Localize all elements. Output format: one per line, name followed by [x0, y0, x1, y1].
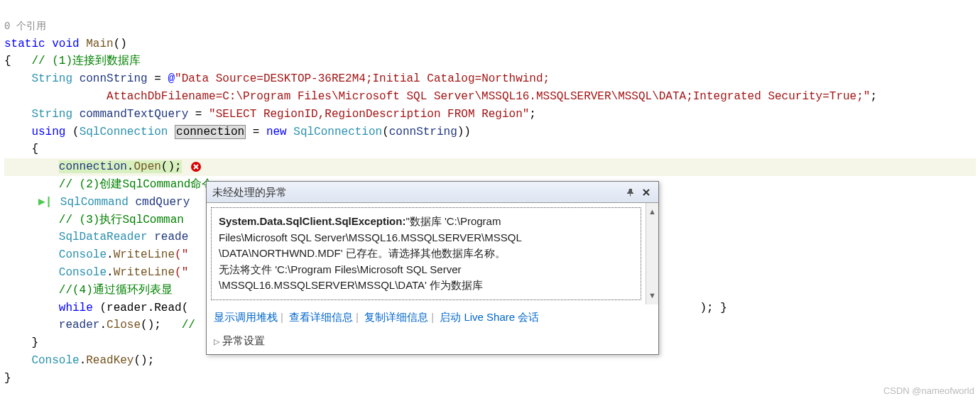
tooltip-actions: 显示调用堆栈| 查看详细信息| 复制详细信息| 启动 Live Share 会话	[207, 304, 658, 329]
keyword-void: void	[52, 38, 79, 50]
comment: // (3)执行SqlComman	[59, 214, 184, 226]
string-literal: "Data Source=DESKTOP-36RE2M4;Initial Cat…	[175, 72, 550, 85]
comment: // (1)连接到数据库	[31, 55, 141, 67]
exception-type: System.Data.SqlClient.SqlException:	[219, 215, 405, 227]
scroll-down-icon[interactable]: ▼	[648, 290, 656, 302]
type-string: String	[31, 72, 72, 85]
variable-connection: connection	[175, 125, 246, 139]
exception-settings-toggle[interactable]: ▷异常设置	[207, 329, 658, 354]
close-icon[interactable]	[640, 186, 653, 199]
tooltip-title: 未经处理的异常	[212, 184, 621, 200]
scroll-up-icon[interactable]: ▲	[648, 206, 656, 218]
show-callstack-link[interactable]: 显示调用堆栈	[214, 311, 278, 323]
error-icon[interactable]	[190, 161, 202, 172]
type-sqlcommand: SqlCommand	[60, 196, 129, 209]
tooltip-scrollbar[interactable]: ▲ ▼	[646, 203, 658, 304]
chevron-right-icon: ▷	[214, 337, 219, 346]
pin-icon[interactable]	[624, 186, 637, 199]
comment: //(4)通过循环列表显	[59, 284, 173, 297]
watermark: CSDN @nameofworld	[883, 384, 974, 398]
keyword-static: static	[4, 38, 45, 50]
execution-pointer-icon: ▶|	[38, 194, 52, 212]
type-console: Console	[59, 248, 107, 261]
string-literal: AttachDbFilename=C:\Program Files\Micros…	[107, 90, 870, 103]
view-details-link[interactable]: 查看详细信息	[289, 311, 353, 323]
string-literal: "SELECT RegionID,RegionDescription FROM …	[209, 108, 529, 121]
tooltip-titlebar[interactable]: 未经处理的异常	[207, 182, 658, 203]
type-sqlconnection: SqlConnection	[80, 126, 168, 138]
comment: // (2)创建SqlCommand命令	[59, 178, 214, 191]
current-exception-line[interactable]: connection.Open();	[4, 158, 976, 176]
exception-message[interactable]: System.Data.SqlClient.SqlException:"数据库 …	[211, 207, 641, 300]
exception-tooltip: 未经处理的异常 System.Data.SqlClient.SqlExcepti…	[206, 181, 659, 355]
method-main: Main	[86, 38, 113, 50]
copy-details-link[interactable]: 复制详细信息	[364, 311, 428, 323]
type-sqldatareader: SqlDataReader	[59, 231, 148, 243]
references-codelens[interactable]: 0 个引用	[4, 21, 46, 32]
liveshare-link[interactable]: 启动 Live Share 会话	[440, 311, 539, 323]
